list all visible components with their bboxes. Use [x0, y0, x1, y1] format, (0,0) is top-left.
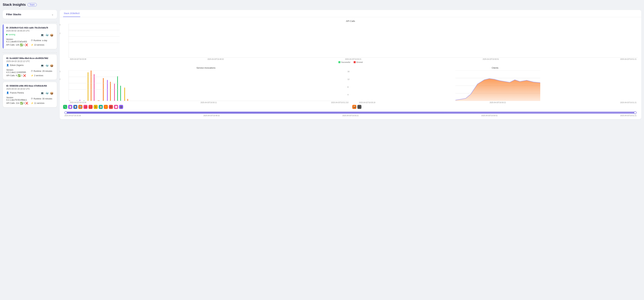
services-icon-1: ⚡ — [31, 44, 34, 46]
apicalls-num-2: 6 — [16, 74, 17, 77]
service-icon-1: 🔧 — [63, 105, 67, 109]
stack-date-3: 2025-04-03 16:19:32 UTC — [6, 88, 54, 90]
runtime-row-1: ⏱ Runtime: a day — [31, 38, 54, 43]
version-label-1: Version: 4.2.1.dev65:57af1e403 — [6, 38, 29, 43]
legend-successful-label: Successful — [341, 61, 350, 63]
cross-icon-2: ❌ — [23, 74, 26, 77]
api-calls-bars-container — [68, 24, 638, 58]
status-text-1: running — [8, 33, 15, 36]
inv-bar — [88, 72, 88, 101]
service-invocations-section: Service invocations 16 12 8 4 0 — [63, 67, 349, 109]
app-container: Stack Insights Team Filter Stacks ⌄ ID: … — [0, 0, 644, 300]
docker-icon-3: 🐳 — [45, 92, 49, 95]
runtime-icon-3: ⏱ — [31, 98, 33, 100]
service-icon-11: 💮 — [114, 105, 118, 109]
inv-bar — [114, 84, 115, 101]
apicalls-label-3: API Calls: — [6, 102, 15, 104]
stack-id-3: ID: 5558f258-e49b-4f53-8eac-47bf64c8cf64 — [6, 85, 54, 87]
card-icons-2: 💻 🐳 📦 — [40, 64, 54, 67]
services-icon-3: ⚡ — [31, 102, 34, 104]
user-name-2: Edson Zegarra — [10, 64, 24, 66]
service-icon-3: 🔲 — [73, 105, 77, 109]
legend-successful: Successful — [338, 61, 350, 63]
check-icon-3: ✅ — [20, 102, 23, 105]
divider — [3, 22, 57, 22]
box-icon: 📦 — [50, 33, 54, 37]
card-info-grid-3: Version: 4.2.1.dev79:5f149bbc1 ⏱ Runtime… — [6, 96, 54, 105]
api-calls-title: API Calls — [63, 20, 638, 22]
service-icon-2: 📋 — [68, 105, 72, 109]
docker-icon: 🐳 — [45, 33, 49, 37]
version-row-1: Version: 4.2.1.dev65:57af1e403 — [6, 38, 29, 43]
clients-title: Clients — [352, 67, 638, 69]
stack-card-2[interactable]: ID: 0ccb6267-568a-49e3-8cce-c6c85f2b7862… — [3, 54, 57, 80]
stack-date-1: 2025-04-02 18:30:25 UTC — [6, 30, 54, 32]
stack-card-1[interactable]: ID: 203b06c0-f1d1-442c-aa9c-76c23c0a6a76… — [3, 24, 57, 49]
inv-bar — [117, 76, 118, 101]
slider-handle-right[interactable] — [634, 111, 636, 114]
invocations-chart — [68, 70, 349, 101]
cross-icon-3: ❌ — [25, 102, 28, 105]
runtime-label-3: Runtime: 30 minutes — [34, 98, 52, 100]
status-dot-1 — [6, 34, 8, 35]
check-icon-2: ✅ — [18, 74, 20, 77]
clients-svg — [358, 70, 638, 101]
inv-bar — [94, 74, 94, 101]
inv-bar — [124, 88, 125, 101]
bottom-charts-row: Service invocations 16 12 8 4 0 — [63, 67, 638, 109]
right-panel: Stack 203b06c0 API Calls 16 12 8 4 0 — [60, 10, 641, 119]
legend-errored: Errored — [354, 61, 363, 63]
apicalls-row-1: API Calls: 128 ✅ 1 ❌ — [6, 43, 29, 46]
version-row-3: Version: 4.2.1.dev79:5f149bbc1 — [6, 96, 29, 101]
main-layout: Filter Stacks ⌄ ID: 203b06c0-f1d1-442c-a… — [3, 10, 641, 119]
runtime-label-1: Runtime: a day — [34, 39, 47, 42]
laptop-icon-3: 💻 — [40, 92, 44, 95]
user-name-3: Francis Pereira — [10, 92, 24, 94]
stack-date-2: 2025-04-03 16:22:12 UTC — [6, 60, 54, 62]
services-row-3: ⚡ 11 services — [31, 102, 54, 105]
inv-bar — [76, 101, 77, 101]
stack-tab[interactable]: Stack 203b06c0 — [63, 10, 80, 17]
version-row-2: Version: 4.3.1.dev1:12493f395 — [6, 69, 29, 74]
box-icon-2: 📦 — [50, 64, 54, 67]
services-row-1: ⚡ 13 services — [31, 43, 54, 46]
apicalls-num-3: 214 — [16, 102, 19, 104]
cross-icon-1: ❌ — [25, 43, 28, 46]
card-icons-3: 💻 🐳 📦 — [40, 92, 54, 95]
tab-bar: Stack 203b06c0 — [60, 10, 641, 17]
inv-bar — [80, 100, 80, 101]
filter-stacks-section[interactable]: Filter Stacks ⌄ — [3, 10, 57, 19]
stack-id-1: ID: 203b06c0-f1d1-442c-aa9c-76c23c0a6a76 — [6, 27, 54, 29]
api-calls-bars — [69, 24, 638, 57]
inv-bar — [91, 70, 92, 101]
success-count-2: 1 — [21, 74, 22, 77]
service-icons-row: 🔧 📋 🔲 ⚙️ 🔴 🟥 λ 🏠 🔶 ® 💮 ➕ — [63, 105, 349, 109]
services-label-1: 13 services — [34, 44, 44, 46]
services-row-2: ⚡ 2 services — [31, 74, 54, 77]
inv-bar — [69, 100, 70, 101]
api-calls-y-labels: 16 12 8 4 0 — [60, 24, 60, 60]
inv-bar — [98, 100, 98, 101]
client-icon-2: 🖥 — [357, 105, 362, 109]
inv-bar — [99, 100, 100, 101]
slider-handle-left[interactable] — [64, 111, 67, 114]
success-count-3: 0 — [24, 102, 25, 104]
inv-x-labels: 2025-04-02T18:33:38 2025-04-03T16:50:11 … — [68, 102, 349, 104]
stack-card-3[interactable]: ID: 5558f258-e49b-4f53-8eac-47bf64c8cf64… — [3, 82, 57, 107]
services-label-2: 2 services — [34, 74, 43, 77]
box-icon-3: 📦 — [50, 92, 54, 95]
header: Stack Insights Team — [3, 3, 641, 6]
page-title: Stack Insights — [3, 3, 26, 6]
slider-x-labels: 2025-04-02T18:33:38 2025-04-03T16:48:32 … — [64, 115, 636, 117]
team-badge[interactable]: Team — [28, 3, 37, 6]
clients-icons-row: 📦 🖥 — [352, 105, 638, 109]
clients-y-labels: 16 12 8 4 0 — [348, 70, 350, 104]
api-calls-x-labels: 2025-04-02T18:33:38 2025-04-03T16:48:32 … — [68, 58, 638, 60]
laptop-icon-2: 💻 — [40, 64, 44, 67]
card-icons-1: 💻 🐳 📦 — [40, 33, 54, 37]
service-icon-5: 🔴 — [84, 105, 88, 109]
chevron-down-icon: ⌄ — [52, 13, 54, 16]
service-icon-10: ® — [109, 105, 113, 109]
inv-bars — [69, 70, 349, 101]
inv-bar — [107, 80, 108, 101]
